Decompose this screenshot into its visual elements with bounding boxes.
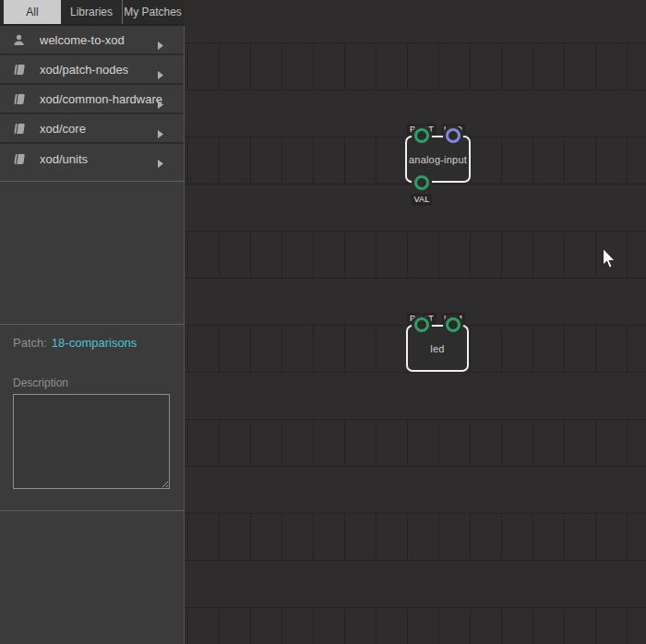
description-label: Description <box>13 376 68 389</box>
chevron-right-icon <box>158 66 163 83</box>
pin-port-input[interactable] <box>414 317 429 332</box>
chevron-right-icon <box>158 125 163 142</box>
description-field-wrap <box>13 394 170 489</box>
chevron-right-icon <box>158 37 163 54</box>
patch-name-link[interactable]: 18-comparisons <box>52 336 138 350</box>
current-patch: Patch:18-comparisons <box>13 336 137 350</box>
pin-upd-input[interactable] <box>446 128 461 143</box>
library-item-xod-patch-nodes[interactable]: xod/patch-nodes <box>0 55 184 85</box>
pin-val-output[interactable] <box>414 175 429 190</box>
library-item-label: xod/patch-nodes <box>40 63 128 77</box>
node-label: analog-input <box>409 154 467 165</box>
library-item-xod-common-hardware[interactable]: xod/common-hardware <box>0 85 184 114</box>
patch-label: Patch: <box>13 336 47 350</box>
browser-tabs: All Libraries My Patches <box>0 0 185 24</box>
book-icon <box>13 93 26 105</box>
pin-label-val: VAL <box>411 189 432 206</box>
tab-my-patches[interactable]: My Patches <box>122 0 183 24</box>
library-item-label: xod/units <box>40 152 88 166</box>
mouse-cursor-icon <box>602 247 617 270</box>
library-item-xod-core[interactable]: xod/core <box>0 114 184 144</box>
node-led[interactable]: led <box>406 325 469 372</box>
chevron-right-icon <box>158 155 163 172</box>
patch-canvas[interactable]: analog-input PORT UPD VAL led PORT LUM <box>185 0 646 644</box>
chevron-right-icon <box>158 96 163 113</box>
tab-libraries[interactable]: Libraries <box>61 0 122 24</box>
node-analog-input[interactable]: analog-input <box>405 136 471 183</box>
sidebar-divider <box>0 510 184 511</box>
library-item-welcome-to-xod[interactable]: welcome-to-xod <box>0 26 184 55</box>
book-icon <box>13 123 26 135</box>
sidebar-divider <box>0 181 184 182</box>
library-list: welcome-to-xod xod/patch-nodes <box>0 26 184 173</box>
tab-all[interactable]: All <box>4 0 61 24</box>
project-browser-sidebar: All Libraries My Patches welcome-to-xod <box>0 0 185 644</box>
sidebar-divider <box>0 324 184 325</box>
description-textarea[interactable] <box>13 394 170 489</box>
node-label: led <box>430 343 444 354</box>
book-icon <box>13 64 26 76</box>
pin-port-input[interactable] <box>414 128 429 143</box>
user-icon <box>13 34 26 46</box>
library-item-label: xod/common-hardware <box>40 92 162 106</box>
library-item-label: welcome-to-xod <box>40 33 125 47</box>
library-item-xod-units[interactable]: xod/units <box>0 144 184 173</box>
pin-lum-input[interactable] <box>446 317 461 332</box>
library-item-label: xod/core <box>40 122 86 136</box>
book-icon <box>13 153 26 165</box>
